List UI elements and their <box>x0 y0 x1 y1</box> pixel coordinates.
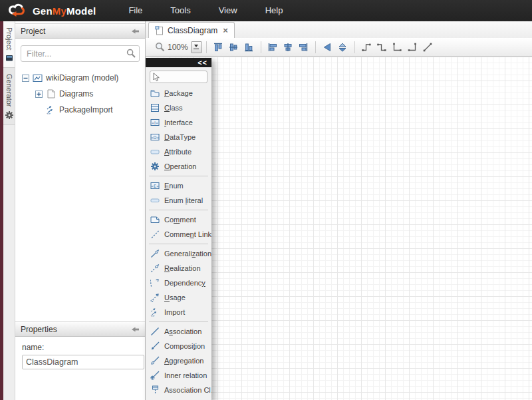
left-panel: Project wikiDiagram (model)Diagrams«»Pac… <box>15 21 146 400</box>
properties-panel-header: Properties <box>15 321 145 337</box>
flip-horizontal-button[interactable] <box>320 40 335 54</box>
palette-item-usage[interactable]: Usage <box>146 290 211 305</box>
tree-node-diagrams[interactable]: Diagrams <box>15 86 145 102</box>
palette-item-interface[interactable]: «I»Interface <box>146 115 211 130</box>
palette-collapse-button[interactable]: << <box>198 59 207 67</box>
sidebar-tab-label: Project <box>5 27 13 50</box>
collapse-panel-arrow-icon[interactable] <box>131 28 140 35</box>
palette-item-enum-literal[interactable]: Enum literal <box>146 193 211 208</box>
cloud-logo-icon <box>8 3 28 18</box>
pointer-icon <box>152 73 160 82</box>
flip-vertical-button[interactable] <box>335 40 350 54</box>
sidebar-tab-generator[interactable]: Generator <box>3 68 15 125</box>
search-icon <box>126 49 136 58</box>
palette-item-dependency[interactable]: Dependency <box>146 276 211 290</box>
properties-form: name: <box>15 337 145 369</box>
palette-item-label: Package <box>164 89 193 97</box>
diagram-canvas[interactable]: << PackageClass«I»Interface«D»DataTypeAt… <box>146 57 532 400</box>
realization-icon <box>150 264 160 273</box>
palette-item-association-cl[interactable]: Association Cl... <box>146 383 211 397</box>
align-bottom-button[interactable] <box>241 40 257 54</box>
sidebar-tab-project[interactable]: Project <box>3 21 15 68</box>
tree-node-packageimport[interactable]: «»PackageImport <box>15 102 145 118</box>
route-corner-right-icon <box>407 42 418 53</box>
menu-help[interactable]: Help <box>251 0 297 21</box>
datatype-icon: «D» <box>150 132 160 142</box>
name-field-label: name: <box>22 343 138 352</box>
zoom-control: 100% <box>155 41 202 53</box>
route-corner-left-button[interactable] <box>390 40 405 54</box>
zoom-dropdown-button[interactable] <box>191 41 202 53</box>
palette-item-composition[interactable]: Composition <box>146 339 211 353</box>
palette-item-label: Inner relation <box>164 371 207 379</box>
app-logo: GenMyModel <box>8 3 96 18</box>
palette-item-comment-link[interactable]: Comment Link <box>146 227 211 242</box>
project-tree: wikiDiagram (model)Diagrams«»PackageImpo… <box>15 70 145 118</box>
tab-close-icon[interactable]: × <box>223 26 228 35</box>
menu-view[interactable]: View <box>205 0 251 21</box>
enum-icon: «E» <box>150 181 160 190</box>
tree-toggle-plus-icon[interactable] <box>35 91 43 98</box>
route-corner-left-icon <box>392 42 402 53</box>
collapse-properties-arrow-icon[interactable] <box>131 326 140 333</box>
menu-tools[interactable]: Tools <box>156 0 204 21</box>
palette-item-datatype[interactable]: «D»DataType <box>146 130 211 144</box>
route-step-down-button[interactable] <box>374 40 390 54</box>
route-corner-right-button[interactable] <box>405 40 420 54</box>
align-center-button[interactable] <box>281 40 296 54</box>
menubar: FileToolsViewHelp <box>114 0 297 21</box>
dependency-icon <box>150 278 160 288</box>
tree-node-wikidiagram-model[interactable]: wikiDiagram (model) <box>15 70 145 86</box>
palette-item-label: Enum literal <box>164 196 203 204</box>
palette-item-comment[interactable]: Comment <box>146 212 211 227</box>
palette-item-class[interactable]: Class <box>146 100 211 115</box>
editor-toolbar: 100% <box>146 38 532 57</box>
toolbar-separator <box>206 41 207 53</box>
palette-divider <box>149 210 208 210</box>
filter-box <box>21 45 140 62</box>
palette-item-import[interactable]: «»Import <box>146 305 211 319</box>
import-icon: «» <box>150 307 160 317</box>
palette-item-label: Enum <box>164 182 184 190</box>
align-right-icon <box>298 42 309 53</box>
tree-toggle-minus-icon[interactable] <box>22 75 29 82</box>
route-straight-button[interactable] <box>420 40 436 54</box>
comment-link-icon <box>150 230 160 239</box>
palette-item-operation[interactable]: Operation <box>146 159 211 174</box>
menu-file[interactable]: File <box>114 0 156 21</box>
align-middle-button[interactable] <box>226 40 241 54</box>
toolbar-separator <box>315 41 316 53</box>
palette-item-association[interactable]: Association <box>146 324 211 339</box>
route-step-up-button[interactable] <box>359 40 374 54</box>
align-left-button[interactable] <box>265 40 281 54</box>
palette-item-realization[interactable]: Realization <box>146 261 211 276</box>
palette-item-inner-relation[interactable]: Inner relation <box>146 368 211 383</box>
app-logo-text: GenMyModel <box>33 5 96 17</box>
palette-divider <box>149 244 208 244</box>
zoom-value[interactable]: 100% <box>168 43 188 52</box>
palette-item-attribute[interactable]: Attribute <box>146 144 211 159</box>
palette-item-enum[interactable]: «E»Enum <box>146 178 211 193</box>
generalization-icon <box>150 249 160 258</box>
editor-tabbar: ClassDiagram × <box>146 21 532 38</box>
model-icon <box>33 73 43 83</box>
palette-item-label: Usage <box>164 294 186 301</box>
route-step-up-icon <box>361 42 372 53</box>
selection-tool[interactable] <box>150 71 207 83</box>
aggregation-icon <box>150 356 160 365</box>
palette-item-aggregation[interactable]: Aggregation <box>146 353 211 368</box>
palette-item-label: Generalization <box>164 250 211 258</box>
route-step-down-icon <box>376 42 387 53</box>
name-field-input[interactable] <box>22 355 144 369</box>
palette-item-package[interactable]: Package <box>146 86 211 100</box>
tab-classdiagram[interactable]: ClassDiagram × <box>148 22 235 38</box>
tree-node-label: Diagrams <box>59 89 93 99</box>
topbar: GenMyModel FileToolsViewHelp <box>0 0 532 21</box>
palette-item-label: Operation <box>164 162 196 170</box>
align-right-button[interactable] <box>296 40 311 54</box>
filter-input[interactable] <box>21 45 140 62</box>
align-middle-icon <box>228 42 239 53</box>
properties-panel-title: Properties <box>21 325 57 334</box>
palette-item-generalization[interactable]: Generalization <box>146 246 211 261</box>
align-top-button[interactable] <box>211 40 226 54</box>
